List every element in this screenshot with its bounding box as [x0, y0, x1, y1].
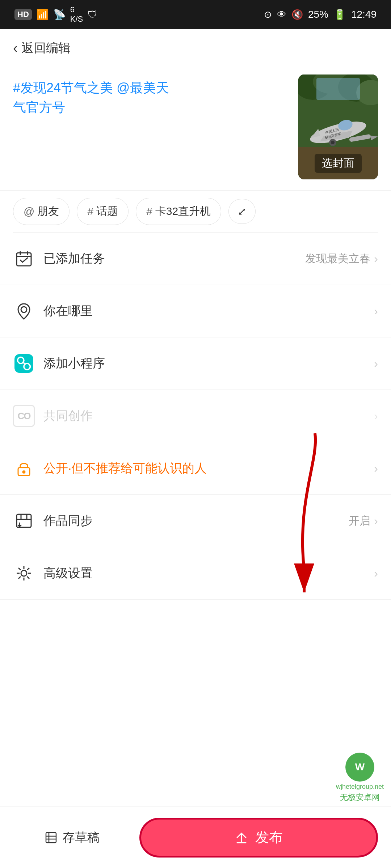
hash-icon-2: #	[146, 205, 152, 218]
settings-icon: ⊙	[264, 9, 272, 20]
publish-icon	[234, 830, 250, 846]
tags-row: @ 朋友 # 话题 # 卡32直升机 ⤢	[0, 190, 391, 232]
wifi-icon: 📡	[53, 9, 66, 21]
hd-badge: HD	[14, 9, 32, 20]
task-menu-item[interactable]: 已添加任务 发现最美立春 ›	[0, 233, 391, 285]
status-left: HD 📶 📡 6K/S 🛡	[14, 5, 97, 24]
privacy-menu-item[interactable]: 公开·但不推荐给可能认识的人 ›	[0, 442, 391, 495]
svg-rect-17	[17, 253, 31, 266]
svg-point-31	[21, 570, 27, 576]
watermark-logo: W	[345, 753, 374, 782]
cocreate-label: 共同创作	[43, 408, 374, 424]
expand-button[interactable]: ⤢	[228, 199, 256, 224]
location-arrow-icon: ›	[374, 305, 378, 318]
cocreate-arrow-icon: ›	[374, 409, 378, 423]
status-bar: HD 📶 📡 6K/S 🛡 ⊙ 👁 🔇 25% 🔋 12:49	[0, 0, 391, 29]
topic-label: 话题	[96, 204, 118, 219]
publish-label: 发布	[255, 828, 283, 847]
back-label: 返回编辑	[21, 40, 71, 56]
watermark: W wjhetelgroup.net 无极安卓网	[336, 753, 384, 803]
back-arrow-icon: ‹	[13, 41, 18, 56]
miniapp-label: 添加小程序	[43, 355, 374, 372]
location-label: 你在哪里	[43, 303, 374, 319]
sync-value: 开启	[349, 514, 370, 528]
draft-button[interactable]: 存草稿	[13, 818, 131, 858]
cover-image[interactable]: 中国人民 解放军空军 选封面	[298, 75, 378, 179]
signal-icon: 📶	[36, 9, 49, 21]
topic-button[interactable]: # 话题	[77, 198, 129, 225]
bottom-spacer	[0, 600, 391, 661]
draft-icon	[44, 830, 58, 845]
calendar-icon	[13, 248, 35, 269]
task-arrow-icon: ›	[374, 252, 378, 265]
sync-label: 作品同步	[43, 512, 349, 529]
publish-button[interactable]: 发布	[139, 818, 378, 858]
advanced-label: 高级设置	[43, 565, 374, 582]
menu-list: 已添加任务 发现最美立春 › 你在哪里 › 添加小程序 ›	[0, 233, 391, 600]
eye-icon: 👁	[277, 9, 286, 20]
location-icon	[13, 300, 35, 322]
miniapp-icon-container	[13, 353, 35, 374]
mute-icon: 🔇	[291, 9, 303, 20]
bottom-bar: 存草稿 发布	[0, 807, 391, 868]
status-right: ⊙ 👁 🔇 25% 🔋 12:49	[264, 9, 377, 21]
svg-point-14	[331, 141, 335, 144]
privacy-arrow-icon: ›	[374, 462, 378, 475]
advanced-menu-item[interactable]: 高级设置 ›	[0, 547, 391, 600]
mention-label: 朋友	[37, 204, 59, 219]
location-menu-item[interactable]: 你在哪里 ›	[0, 285, 391, 337]
shield-icon: 🛡	[87, 9, 97, 21]
hashtag-button[interactable]: # 卡32直升机	[136, 198, 221, 225]
top-nav: ‹ 返回编辑	[0, 29, 391, 67]
content-card: #发现24节气之美 @最美天 气官方号	[0, 67, 391, 190]
svg-rect-33	[46, 833, 56, 843]
post-text[interactable]: #发现24节气之美 @最美天 气官方号	[13, 75, 287, 179]
watermark-subtext: 无极安卓网	[340, 792, 380, 803]
back-button[interactable]: ‹ 返回编辑	[13, 40, 71, 56]
task-value: 发现最美立春	[305, 251, 370, 266]
at-icon: @	[24, 205, 34, 218]
battery-icon: 🔋	[333, 9, 346, 21]
time-display: 12:49	[351, 9, 377, 20]
sync-icon	[13, 510, 35, 532]
svg-line-24	[23, 361, 25, 365]
miniapp-arrow-icon: ›	[374, 357, 378, 370]
privacy-label: 公开·但不推荐给可能认识的人	[43, 460, 374, 477]
battery-text: 25%	[308, 9, 328, 20]
advanced-arrow-icon: ›	[374, 567, 378, 580]
sync-arrow-icon: ›	[374, 514, 378, 528]
lock-icon	[13, 458, 35, 479]
hash-icon: #	[87, 205, 93, 218]
draft-label: 存草稿	[63, 829, 100, 846]
watermark-text: wjhetelgroup.net	[336, 783, 384, 791]
cover-select-label[interactable]: 选封面	[315, 154, 362, 173]
svg-rect-5	[316, 78, 360, 100]
speed-indicator: 6K/S	[70, 5, 83, 24]
svg-point-21	[21, 307, 27, 312]
settings-icon	[13, 562, 35, 584]
svg-point-26	[23, 471, 25, 473]
sync-menu-item[interactable]: 作品同步 开启 ›	[0, 495, 391, 547]
hashtag-label: 卡32直升机	[155, 204, 211, 219]
co-badge: CO	[13, 405, 35, 427]
expand-icon: ⤢	[237, 205, 247, 218]
miniapp-menu-item[interactable]: 添加小程序 ›	[0, 337, 391, 390]
task-label: 已添加任务	[43, 250, 305, 267]
cocreate-menu-item[interactable]: CO 共同创作 ›	[0, 390, 391, 442]
mention-friend-button[interactable]: @ 朋友	[13, 198, 70, 225]
